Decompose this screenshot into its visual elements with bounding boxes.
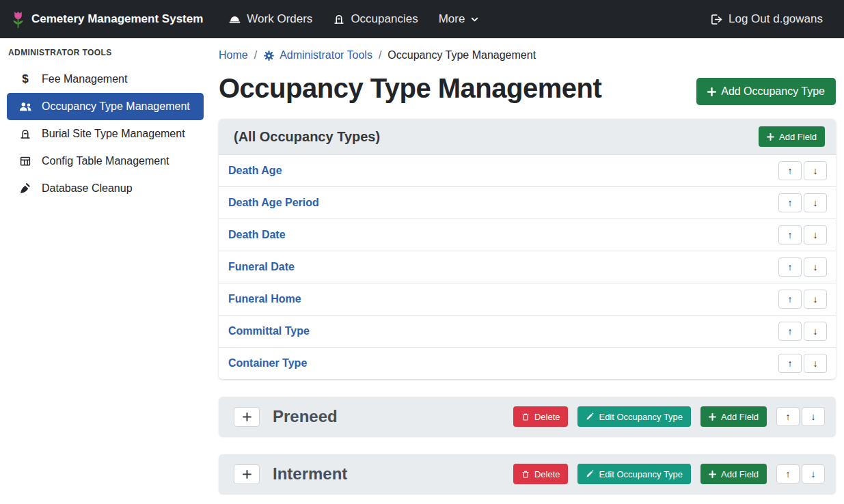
pencil-icon: [586, 412, 594, 421]
edit-occupancy-type-button[interactable]: Edit Occupancy Type: [577, 464, 691, 484]
hard-hat-icon: [228, 13, 241, 26]
arrow-down-icon: ↓: [813, 197, 818, 208]
sidebar-item-label: Config Table Management: [42, 155, 169, 167]
sidebar-item-label: Fee Management: [42, 73, 127, 85]
nav-work-orders[interactable]: Work Orders: [218, 0, 323, 38]
move-up-button[interactable]: ↑: [778, 161, 802, 180]
reorder-controls: ↑ ↓: [776, 464, 825, 484]
edit-occupancy-type-button[interactable]: Edit Occupancy Type: [577, 406, 691, 427]
move-up-button[interactable]: ↑: [778, 354, 802, 373]
move-down-button[interactable]: ↓: [804, 193, 827, 212]
sidebar-item-label: Occupancy Type Management: [42, 100, 190, 113]
breadcrumb: Home / Administrat: [219, 49, 836, 61]
field-link-container-type[interactable]: Container Type: [228, 357, 307, 369]
arrow-down-icon: ↓: [811, 468, 816, 479]
section-title: Preneed: [273, 407, 338, 426]
move-down-button[interactable]: ↓: [804, 225, 827, 244]
arrow-up-icon: ↑: [788, 165, 793, 176]
sidebar: Administrator Tools $ Fee Management Occ…: [0, 38, 210, 504]
sidebar-item-occupancy-type-management[interactable]: Occupancy Type Management: [7, 93, 204, 120]
all-occupancy-types-header: (All Occupancy Types) Add Field: [219, 119, 836, 154]
sidebar-item-burial-site-type-management[interactable]: Burial Site Type Management: [0, 120, 210, 148]
breadcrumb-separator: /: [379, 49, 381, 61]
delete-button[interactable]: Delete: [513, 406, 569, 427]
sidebar-item-config-table-management[interactable]: Config Table Management: [0, 148, 210, 175]
arrow-up-icon: ↑: [788, 358, 793, 369]
field-row: Container Type ↑ ↓: [219, 347, 836, 379]
users-icon: [18, 101, 33, 112]
breadcrumb-admin-tools-link[interactable]: Administrator Tools: [263, 49, 372, 61]
move-down-button[interactable]: ↓: [804, 257, 827, 277]
move-up-button[interactable]: ↑: [778, 193, 802, 212]
arrow-up-icon: ↑: [786, 411, 791, 422]
reorder-controls: ↑ ↓: [778, 225, 827, 244]
plus-icon: [707, 87, 716, 96]
broom-icon: [18, 182, 33, 195]
occupancy-type-section-interment: Interment Delete: [219, 454, 836, 494]
sidebar-item-database-cleanup[interactable]: Database Cleanup: [0, 175, 210, 202]
nav-more[interactable]: More: [428, 0, 490, 38]
move-down-button[interactable]: ↓: [802, 407, 825, 426]
sidebar-item-fee-management[interactable]: $ Fee Management: [0, 66, 210, 93]
expand-button[interactable]: [234, 407, 260, 427]
top-navbar: Cemetery Management System Work Orders O…: [0, 0, 844, 38]
tombstone-icon: [333, 13, 345, 25]
arrow-down-icon: ↓: [811, 411, 816, 422]
move-down-button[interactable]: ↓: [804, 354, 827, 373]
add-field-button[interactable]: Add Field: [759, 126, 825, 147]
app-brand[interactable]: Cemetery Management System: [11, 10, 203, 29]
add-occupancy-type-button[interactable]: Add Occupancy Type: [696, 78, 836, 105]
nav-occupancies-label: Occupancies: [351, 12, 418, 26]
add-field-button[interactable]: Add Field: [700, 464, 767, 484]
sidebar-item-label: Database Cleanup: [42, 182, 133, 195]
arrow-up-icon: ↑: [788, 262, 793, 272]
occupancy-type-section-preneed: Preneed Delete: [219, 397, 836, 436]
delete-button[interactable]: Delete: [513, 464, 569, 484]
plus-icon: [243, 470, 251, 479]
plus-icon: [767, 133, 774, 141]
expand-button[interactable]: [234, 464, 260, 484]
field-link-committal-type[interactable]: Committal Type: [228, 325, 310, 337]
move-down-button[interactable]: ↓: [804, 322, 827, 341]
flower-logo-icon: [11, 10, 25, 29]
move-up-button[interactable]: ↑: [778, 322, 802, 341]
move-down-button[interactable]: ↓: [804, 290, 827, 309]
field-row: Funeral Date ↑ ↓: [219, 251, 836, 283]
reorder-controls: ↑ ↓: [776, 407, 825, 426]
nav-occupancies[interactable]: Occupancies: [323, 0, 428, 38]
main-content: Home / Administrat: [210, 38, 844, 504]
chevron-down-icon: [470, 15, 479, 24]
breadcrumb-current: Occupancy Type Management: [387, 49, 536, 61]
field-link-death-age[interactable]: Death Age: [228, 165, 282, 177]
field-link-funeral-date[interactable]: Funeral Date: [228, 261, 295, 273]
move-up-button[interactable]: ↑: [778, 290, 802, 309]
move-up-button[interactable]: ↑: [778, 257, 802, 277]
logout-icon: [710, 14, 723, 25]
nav-more-label: More: [439, 12, 465, 26]
field-link-funeral-home[interactable]: Funeral Home: [228, 293, 301, 305]
plus-icon: [709, 413, 716, 421]
app-title: Cemetery Management System: [31, 12, 203, 26]
section-actions: Delete Edit Occupancy Type Add: [513, 464, 825, 484]
section-title: Interment: [273, 464, 347, 484]
arrow-down-icon: ↓: [813, 229, 818, 240]
card-title: (All Occupancy Types): [234, 129, 380, 145]
move-up-button[interactable]: ↑: [776, 407, 800, 426]
breadcrumb-separator: /: [254, 49, 257, 61]
field-link-death-date[interactable]: Death Date: [228, 229, 286, 241]
add-field-button[interactable]: Add Field: [700, 406, 767, 427]
breadcrumb-home-link[interactable]: Home: [219, 49, 248, 61]
section-actions: Delete Edit Occupancy Type Add: [513, 406, 825, 427]
trash-icon: [521, 470, 530, 479]
table-icon: [18, 155, 33, 167]
move-down-button[interactable]: ↓: [804, 161, 827, 180]
tombstone-icon: [18, 128, 33, 140]
field-row: Funeral Home ↑ ↓: [219, 283, 836, 315]
move-up-button[interactable]: ↑: [776, 464, 800, 484]
reorder-controls: ↑ ↓: [778, 290, 827, 309]
field-link-death-age-period[interactable]: Death Age Period: [228, 197, 319, 209]
logout-button[interactable]: Log Out d.gowans: [700, 0, 833, 38]
move-down-button[interactable]: ↓: [802, 464, 825, 484]
move-up-button[interactable]: ↑: [778, 225, 802, 244]
reorder-controls: ↑ ↓: [778, 193, 827, 212]
